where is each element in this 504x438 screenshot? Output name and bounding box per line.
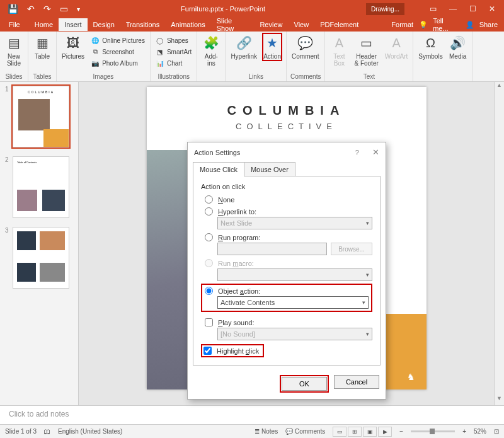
tab-file[interactable]: File xyxy=(0,18,29,31)
radio-hyperlink[interactable] xyxy=(205,207,213,216)
cancel-button[interactable]: Cancel xyxy=(334,375,379,389)
thumbnail-1[interactable]: COLUMBIA xyxy=(13,86,69,147)
label-highlight-click: Highlight click xyxy=(217,347,259,355)
dialog-close-icon[interactable]: ✕ xyxy=(372,147,379,157)
new-slide-button[interactable]: ▤ New Slide xyxy=(4,33,24,68)
status-language[interactable]: English (United States) xyxy=(58,428,122,435)
group-slides: Slides xyxy=(4,73,24,81)
status-slide-number[interactable]: Slide 1 of 3 xyxy=(5,428,37,435)
shapes-button[interactable]: ◯Shapes xyxy=(154,35,193,45)
zoom-slider[interactable] xyxy=(411,430,455,432)
hyperlink-combo[interactable]: Next Slide▾ xyxy=(217,217,372,229)
checkbox-highlight-click[interactable] xyxy=(203,347,212,355)
fit-to-window-icon[interactable]: ⊡ xyxy=(494,428,499,435)
start-slideshow-icon[interactable]: ▭ xyxy=(60,4,68,14)
ribbon: ▤ New Slide Slides ▦ Table Tables 🖼 Pict… xyxy=(0,32,504,82)
group-tables: Tables xyxy=(32,73,52,81)
radio-none[interactable] xyxy=(205,195,213,204)
comments-button[interactable]: 💬 Comments xyxy=(285,428,325,435)
hyperlink-button[interactable]: 🔗 Hyperlink xyxy=(229,33,258,61)
drawing-tools-tab[interactable]: Drawing... xyxy=(366,3,404,15)
thumbnail-2[interactable]: Table of Contents xyxy=(13,156,69,218)
view-slideshow-icon[interactable]: ▶ xyxy=(378,427,392,437)
undo-icon[interactable]: ↶ xyxy=(27,4,35,14)
smartart-icon: ⬔ xyxy=(156,47,164,56)
zoom-level[interactable]: 52% xyxy=(474,428,486,435)
radio-run-program[interactable] xyxy=(205,233,213,241)
redo-icon[interactable]: ↷ xyxy=(43,4,51,14)
ribbon-options-icon[interactable]: ▭ xyxy=(430,4,437,13)
tab-review[interactable]: Review xyxy=(254,18,288,31)
tab-home[interactable]: Home xyxy=(29,18,59,31)
chevron-down-icon: ▾ xyxy=(366,220,369,226)
new-slide-icon: ▤ xyxy=(5,34,23,52)
tab-mouse-click[interactable]: Mouse Click xyxy=(193,162,244,176)
group-images: Images xyxy=(60,73,146,81)
save-icon[interactable]: 💾 xyxy=(8,4,18,14)
maximize-icon[interactable]: ☐ xyxy=(469,4,476,13)
checkbox-play-sound[interactable] xyxy=(205,318,213,326)
share-button[interactable]: Share xyxy=(479,21,498,28)
tab-animations[interactable]: Animations xyxy=(165,18,210,31)
chart-button[interactable]: 📊Chart xyxy=(154,58,193,68)
pictures-button[interactable]: 🖼 Pictures xyxy=(60,33,86,61)
vertical-scrollbar[interactable]: ▲ ▼ xyxy=(494,82,504,405)
tab-format[interactable]: Format xyxy=(386,18,419,31)
minimize-icon[interactable]: — xyxy=(449,4,457,13)
table-button[interactable]: ▦ Table xyxy=(32,33,52,61)
action-button[interactable]: ★ Action xyxy=(262,33,282,61)
symbols-button[interactable]: Ω Symbols xyxy=(417,33,444,61)
object-action-combo[interactable]: Activate Contents▾ xyxy=(217,296,369,309)
addins-icon: 🧩 xyxy=(202,34,220,52)
label-hyperlink: Hyperlink to: xyxy=(218,208,256,216)
play-sound-combo[interactable]: [No Sound]▾ xyxy=(217,328,372,340)
action-settings-dialog: Action Settings ? ✕ Mouse Click Mouse Ov… xyxy=(187,142,386,400)
object-action-highlight: Object action: Activate Contents▾ xyxy=(201,284,372,312)
notes-pane[interactable]: Click to add notes xyxy=(0,405,504,424)
chart-icon: 📊 xyxy=(156,59,164,67)
group-illustrations: Illustrations xyxy=(154,73,193,81)
browse-button[interactable]: Browse... xyxy=(331,243,372,255)
dialog-help-icon[interactable]: ? xyxy=(355,149,359,156)
label-object-action: Object action: xyxy=(218,287,260,295)
smartart-button[interactable]: ⬔SmartArt xyxy=(154,47,193,57)
share-icon: 👤 xyxy=(466,21,474,29)
media-button[interactable]: 🔊 Media xyxy=(448,33,468,61)
wordart-button[interactable]: A WordArt xyxy=(384,33,410,61)
tab-insert[interactable]: Insert xyxy=(59,18,88,31)
run-program-field[interactable] xyxy=(217,243,327,255)
close-icon[interactable]: ✕ xyxy=(489,4,495,13)
spellcheck-icon[interactable]: 🕮 xyxy=(44,428,50,435)
scroll-up-icon[interactable]: ▲ xyxy=(495,82,504,92)
notes-placeholder: Click to add notes xyxy=(9,410,69,418)
comment-button[interactable]: 💬 Comment xyxy=(290,33,320,61)
thumbnail-3[interactable] xyxy=(13,227,69,289)
tab-view[interactable]: View xyxy=(289,18,315,31)
screenshot-button[interactable]: ⧉Screenshot xyxy=(89,47,146,57)
view-normal-icon[interactable]: ▭ xyxy=(333,427,346,437)
label-play-sound: Play sound: xyxy=(218,319,255,326)
addins-button[interactable]: 🧩 Add- ins xyxy=(201,33,221,68)
tab-mouse-over[interactable]: Mouse Over xyxy=(244,162,295,176)
thumb-number: 3 xyxy=(5,227,10,289)
tab-design[interactable]: Design xyxy=(88,18,120,31)
dialog-group-title: Action on click xyxy=(201,183,372,190)
photo-album-button[interactable]: 📷Photo Album xyxy=(89,58,146,68)
view-sorter-icon[interactable]: ⊞ xyxy=(348,427,362,437)
tab-pdfelement[interactable]: PDFelement xyxy=(314,18,364,31)
tab-transitions[interactable]: Transitions xyxy=(120,18,165,31)
ok-highlight: OK xyxy=(280,375,329,393)
view-reading-icon[interactable]: ▣ xyxy=(363,427,377,437)
ok-button[interactable]: OK xyxy=(282,377,327,391)
media-icon: 🔊 xyxy=(449,34,467,52)
scroll-down-icon[interactable]: ▼ xyxy=(495,395,504,405)
online-pictures-button[interactable]: 🌐Online Pictures xyxy=(89,35,146,45)
zoom-in-icon[interactable]: + xyxy=(462,428,466,435)
notes-button[interactable]: ≣ Notes xyxy=(255,428,278,435)
zoom-out-icon[interactable]: − xyxy=(399,428,403,435)
textbox-button[interactable]: A Text Box xyxy=(329,33,349,68)
tellme-text[interactable]: Tell me... xyxy=(433,17,454,32)
header-footer-button[interactable]: ▭ Header & Footer xyxy=(353,33,379,68)
radio-object-action[interactable] xyxy=(205,287,213,295)
slide-subtitle: COLLECTIVE xyxy=(147,122,427,131)
